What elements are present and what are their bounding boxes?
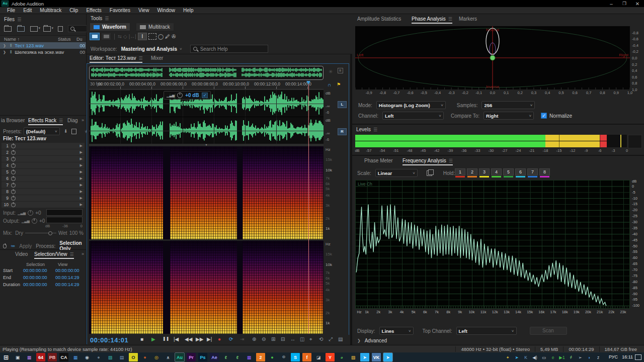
spectrogram-left-channel[interactable] (89, 146, 324, 239)
taskbar-vk[interactable]: VK (372, 353, 381, 361)
taskbar-green-oval-app[interactable]: ● (268, 353, 277, 361)
tab-editor[interactable]: Editor: Тест 123.wav☰ (90, 55, 142, 63)
sv-view-value[interactable]: 00:00:14:29 (55, 275, 79, 280)
notification-center-icon[interactable] (635, 354, 641, 360)
taskbar-disc-app[interactable]: ◉ (83, 353, 92, 361)
tab-media-browser[interactable]: ia Browser (1, 118, 25, 123)
panel-menu-icon[interactable]: ☰ (17, 17, 21, 22)
slot-chevron-icon[interactable]: ▶ (80, 157, 83, 161)
stop-button[interactable]: ■ (140, 336, 143, 342)
zoom-tool-button[interactable]: ▤ (338, 336, 343, 342)
zoom-tool-button[interactable]: ⊞ (271, 336, 275, 342)
file-row[interactable]: ❯⫴Шелезяка на эске.wav00 (0, 49, 86, 55)
new-item-icon[interactable] (30, 26, 38, 32)
panel-menu-icon[interactable]: ☰ (105, 16, 109, 21)
snapping-magnet-icon[interactable]: ∩ (328, 82, 331, 87)
zoom-tool-button[interactable]: ↔ (290, 336, 295, 342)
hold-button-3[interactable]: 3 (479, 168, 490, 175)
effect-slot-2[interactable]: 2▶ (2, 149, 85, 155)
effect-slot-7[interactable]: 7▶ (2, 182, 85, 188)
slot-power-icon[interactable] (11, 150, 16, 155)
taskbar-capture-app[interactable]: ⌾ (279, 353, 288, 361)
hold-button-6[interactable]: 6 (515, 168, 526, 175)
volume-hud[interactable]: ▁▃▅ +0 dB ➶ (164, 91, 211, 100)
waveform-right-channel[interactable] (89, 117, 324, 144)
level-meter[interactable] (355, 135, 627, 147)
taskbar-yandex-browser[interactable]: Y (326, 353, 335, 361)
rack-list-icon[interactable]: ≔ (11, 243, 15, 248)
taskbar-app-ca[interactable]: CA (59, 353, 68, 361)
taskbar-chrome-like[interactable]: ◕ (337, 353, 346, 361)
menu-edit[interactable]: Edit (19, 8, 36, 13)
slot-power-icon[interactable] (11, 176, 16, 181)
razor-tool-icon[interactable]: ◇ (123, 34, 127, 39)
files-column-duration[interactable]: Du (76, 37, 83, 42)
open-folder-icon[interactable] (4, 26, 12, 32)
zoom-tool-button[interactable]: ◫ (300, 336, 304, 342)
tab-amplitude-statistics[interactable]: Amplitude Statistics (357, 16, 401, 22)
tray-cursor[interactable]: ➢ (576, 353, 585, 361)
effect-slot-3[interactable]: 3▶ (2, 156, 85, 162)
import-icon[interactable] (17, 26, 25, 32)
menu-multitrack[interactable]: Multitrack (36, 8, 65, 13)
rack-power-icon[interactable] (3, 244, 7, 248)
search-help-box[interactable]: Search Help (190, 45, 268, 53)
tab-overflow-icon[interactable]: » (82, 118, 84, 123)
effect-slot-9[interactable]: 9▶ (2, 195, 85, 201)
hold-button-5[interactable]: 5 (503, 168, 514, 175)
spectral-display-tool[interactable] (101, 33, 111, 40)
tab-effects-rack[interactable]: Effects Rack☰ (28, 118, 63, 125)
files-column-name[interactable]: Name ↑ (4, 37, 20, 42)
hold-button-4[interactable]: 4 (491, 168, 502, 175)
slot-chevron-icon[interactable]: ▶ (80, 170, 83, 174)
time-ruler[interactable]: 30 fps00:00:02:00,000:00:04:00,000:00:06… (89, 81, 324, 89)
taskbar-leaf-app-2[interactable]: ℓ (233, 353, 242, 361)
slot-chevron-icon[interactable]: ▶ (80, 163, 83, 167)
tray-display[interactable]: ▭ (539, 353, 548, 361)
minimize-button[interactable]: – (605, 1, 618, 7)
input-gain-knob[interactable] (28, 210, 33, 216)
maximize-button[interactable]: ❐ (618, 1, 631, 6)
taskbar-red-circle-app[interactable]: ● (140, 353, 149, 361)
sv-selection-value[interactable]: 00:00:00:00 (23, 282, 47, 287)
play-button[interactable]: ▶ (151, 336, 155, 342)
tab-phase-analysis[interactable]: Phase Analysis☰ (412, 16, 452, 24)
next-button[interactable]: ▶| (207, 336, 212, 342)
skip-selection-button[interactable]: ⇥ (240, 336, 244, 342)
spectrogram-right-channel[interactable] (89, 241, 324, 334)
taskbar-telegram-1[interactable]: ➤ (360, 353, 369, 361)
taskbar-photo-app[interactable]: ▨ (106, 353, 115, 361)
close-button[interactable]: ✕ (631, 1, 644, 7)
tray-vk[interactable]: K (521, 353, 530, 361)
slot-power-icon[interactable] (11, 196, 16, 201)
slot-chevron-icon[interactable]: ▶ (80, 190, 83, 194)
menu-view[interactable]: View (134, 8, 153, 13)
normalize-checkbox[interactable]: ✓ (541, 113, 547, 119)
menu-favorites[interactable]: Favorites (106, 8, 134, 13)
files-column-status[interactable]: Status (58, 37, 71, 42)
tray-e[interactable]: e (548, 353, 557, 361)
slot-power-icon[interactable] (11, 190, 16, 194)
taskbar-photoshop[interactable]: Ps (198, 353, 207, 361)
tray-leaf[interactable]: ҂ (567, 353, 576, 361)
effect-slot-6[interactable]: 6▶ (2, 175, 85, 182)
tray-star[interactable]: ✦ (503, 353, 512, 361)
marquee-selection-tool[interactable] (148, 33, 156, 40)
slot-chevron-icon[interactable]: ▶ (80, 196, 83, 200)
playhead[interactable] (308, 81, 309, 334)
expand-chevron-icon[interactable]: ❯ (3, 50, 6, 54)
effect-slot-4[interactable]: 4▶ (2, 162, 85, 168)
hold-button-8[interactable]: 8 (539, 168, 550, 175)
advanced-label[interactable]: Advanced (365, 338, 387, 343)
tray-telegram[interactable]: ➤ (512, 353, 521, 361)
workspace-value[interactable]: Mastering and Analysis (121, 46, 177, 52)
tray-play-1[interactable]: ▶1 (557, 353, 567, 361)
slot-power-icon[interactable] (11, 163, 16, 168)
tab-phase-meter[interactable]: Phase Meter (364, 158, 393, 163)
scale-dropdown[interactable]: Linear˅ (375, 169, 418, 177)
pause-button[interactable]: ❚❚ (163, 336, 169, 341)
slot-chevron-icon[interactable]: ▶ (80, 176, 83, 180)
move-tool-icon[interactable]: ⮀ (118, 34, 122, 40)
taskbar-after-effects[interactable]: Ae (210, 353, 219, 361)
tab-overflow-icon[interactable]: » (82, 251, 84, 256)
